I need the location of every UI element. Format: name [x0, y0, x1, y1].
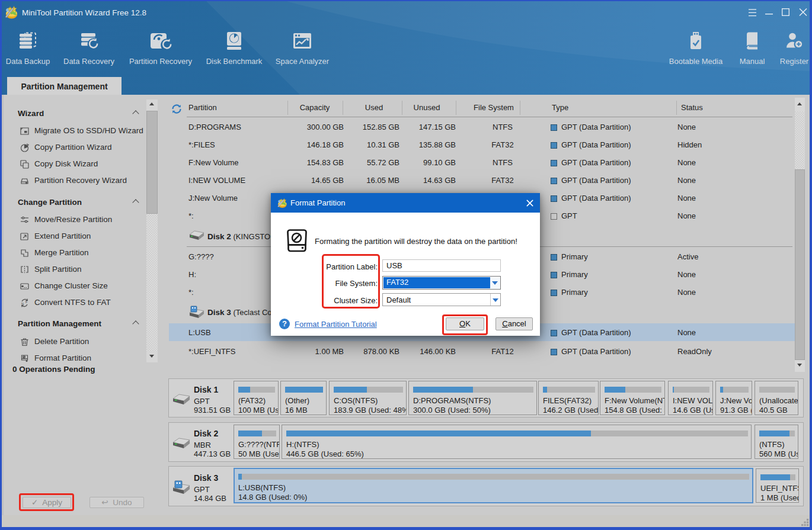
- svg-text:N: N: [21, 302, 24, 306]
